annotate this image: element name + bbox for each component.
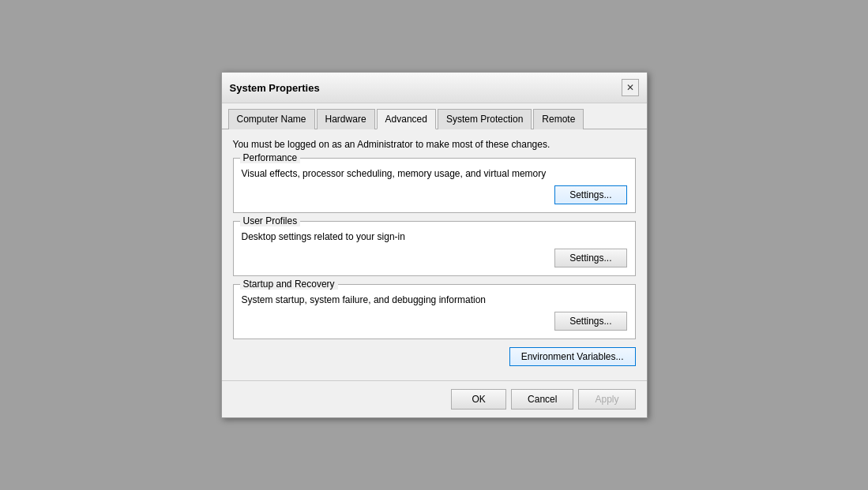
ok-button[interactable]: OK [451,389,506,410]
tab-remote[interactable]: Remote [533,109,584,129]
startup-recovery-description: System startup, system failure, and debu… [242,294,627,305]
performance-settings-button[interactable]: Settings... [554,185,626,204]
user-profiles-description: Desktop settings related to your sign-in [242,231,627,242]
startup-recovery-label: Startup and Recovery [240,279,338,290]
apply-button[interactable]: Apply [578,389,635,410]
tab-system-protection[interactable]: System Protection [438,109,532,129]
environment-variables-button[interactable]: Environment Variables... [509,347,636,366]
title-bar: System Properties ✕ [222,73,647,103]
tab-hardware[interactable]: Hardware [317,109,375,129]
performance-group: Performance Visual effects, processor sc… [233,158,636,213]
tab-advanced[interactable]: Advanced [377,109,436,129]
performance-label: Performance [240,152,301,163]
user-profiles-settings-button[interactable]: Settings... [554,249,626,267]
tab-computer-name[interactable]: Computer Name [228,109,315,129]
cancel-button[interactable]: Cancel [511,389,573,410]
startup-recovery-group: Startup and Recovery System startup, sys… [233,284,636,339]
dialog-footer: OK Cancel Apply [222,380,647,417]
user-profiles-label: User Profiles [240,215,301,226]
tab-content: You must be logged on as an Administrato… [222,129,647,380]
env-variables-row: Environment Variables... [233,347,636,366]
startup-recovery-settings-button[interactable]: Settings... [554,312,626,331]
close-button[interactable]: ✕ [622,79,639,96]
performance-description: Visual effects, processor scheduling, me… [242,168,627,179]
system-properties-dialog: System Properties ✕ Computer Name Hardwa… [221,72,648,418]
admin-notice: You must be logged on as an Administrato… [233,139,636,150]
user-profiles-group: User Profiles Desktop settings related t… [233,221,636,276]
dialog-title: System Properties [230,82,320,94]
tab-bar: Computer Name Hardware Advanced System P… [222,103,647,129]
